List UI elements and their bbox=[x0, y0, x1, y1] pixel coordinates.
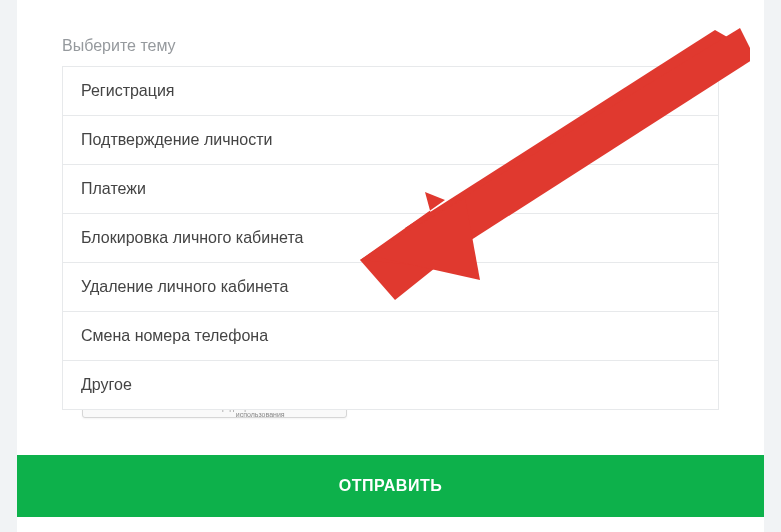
topic-select[interactable]: Выберите тему bbox=[17, 0, 764, 66]
topic-option-identity[interactable]: Подтверждение личности bbox=[63, 116, 718, 165]
topic-option-block-account[interactable]: Блокировка личного кабинета bbox=[63, 214, 718, 263]
submit-button[interactable]: ОТПРАВИТЬ bbox=[17, 455, 764, 517]
topic-option-other[interactable]: Другое bbox=[63, 361, 718, 409]
topic-option-delete-account[interactable]: Удаление личного кабинета bbox=[63, 263, 718, 312]
form-panel: Выберите тему Регистрация Подтверждение … bbox=[17, 0, 764, 532]
topic-select-label: Выберите тему bbox=[62, 37, 176, 55]
topic-option-payments[interactable]: Платежи bbox=[63, 165, 718, 214]
topic-option-registration[interactable]: Регистрация bbox=[63, 67, 718, 116]
chevron-down-icon bbox=[703, 35, 719, 56]
topic-dropdown: Регистрация Подтверждение личности Плате… bbox=[62, 66, 719, 410]
topic-option-change-phone[interactable]: Смена номера телефона bbox=[63, 312, 718, 361]
